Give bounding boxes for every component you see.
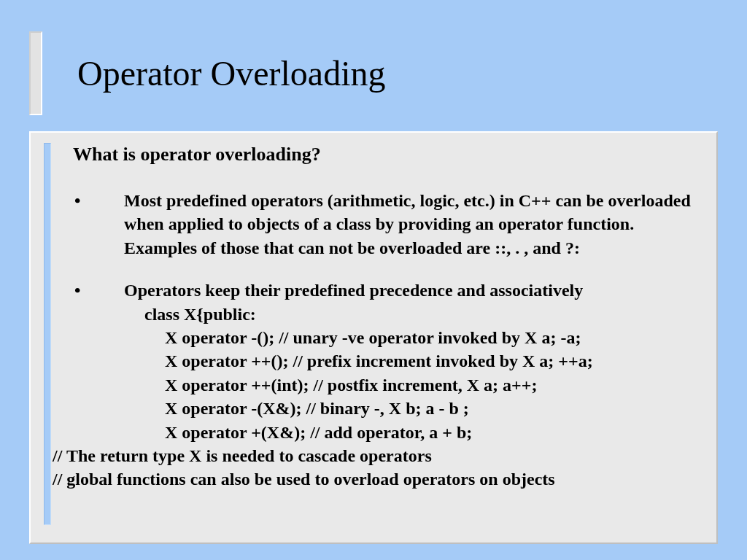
subheading: What is operator overloading? — [73, 141, 709, 167]
slide-body: What is operator overloading? • Most pre… — [73, 141, 709, 491]
bullet-text: Operators keep their predefined preceden… — [124, 279, 709, 302]
code-line: X operator +(X&); // add operator, a + b… — [73, 421, 709, 444]
comment-line: // global functions can also be used to … — [53, 467, 709, 491]
spacer — [73, 260, 709, 279]
bullet-item: • Operators keep their predefined preced… — [73, 279, 709, 302]
bullet-item: • Most predefined operators (arithmetic,… — [73, 189, 709, 260]
code-line: X operator -(); // unary -ve operator in… — [73, 326, 709, 349]
bullet-glyph: • — [73, 189, 124, 260]
bullet-text: Most predefined operators (arithmetic, l… — [124, 189, 709, 260]
content-panel: What is operator overloading? • Most pre… — [29, 131, 718, 544]
slide-title: Operator Overloading — [77, 53, 386, 93]
content-accent-bar — [44, 143, 51, 525]
content-inner: What is operator overloading? • Most pre… — [31, 133, 716, 542]
title-area: Operator Overloading — [29, 29, 718, 117]
slide: Operator Overloading What is operator ov… — [0, 0, 747, 560]
code-line: X operator -(X&); // binary -, X b; a - … — [73, 397, 709, 420]
code-line: X operator ++(int); // postfix increment… — [73, 373, 709, 397]
code-line: class X{public: — [73, 303, 709, 326]
bullet-glyph: • — [73, 279, 124, 302]
comment-line: // The return type X is needed to cascad… — [53, 444, 709, 467]
code-line: X operator ++(); // prefix increment inv… — [73, 349, 709, 373]
title-accent-bar — [29, 31, 42, 115]
